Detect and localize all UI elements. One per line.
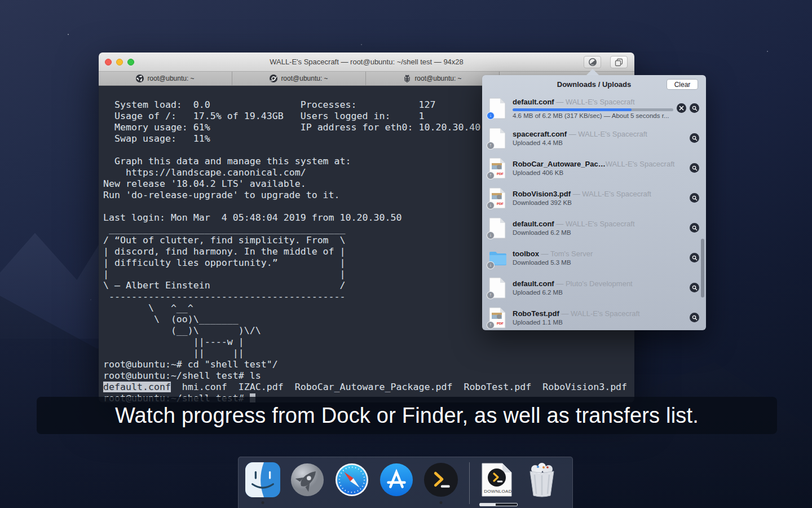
upload-badge-icon: ↑ [487,291,495,299]
svg-text:PDF: PDF [497,172,504,176]
tab-label: root@ubuntu: ~ [414,75,461,82]
svg-text:PDF: PDF [497,322,504,325]
trash-dock-icon[interactable] [525,462,560,497]
terminal-ls-output: default.conf hmi.conf IZAC.pdf RoboCar_A… [103,382,634,393]
reveal-in-finder-button[interactable] [690,223,699,233]
transfer-item[interactable]: ↓ default.conf — WALL-E's Spacecraft 4.6… [482,93,706,123]
magnifier-icon [692,195,698,201]
tab-ubuntu-3[interactable]: root@ubuntu: ~ [366,72,500,85]
transfer-item[interactable]: ↓ toolbox — Tom's Server Downloaded 5.3 … [482,243,706,273]
dock-download-progress-bar [479,503,518,506]
planet-orbit-icon [270,75,277,82]
dock: DOWNLOAD [238,457,573,508]
downloading-file-dock-icon[interactable]: DOWNLOAD [480,462,515,497]
magnifier-icon [692,135,698,141]
transfer-item[interactable]: PDF ↓ RoboVision3.pdf — WALL-E's Spacecr… [482,183,706,213]
transfer-status: Downloaded 6.2 MB [513,229,686,236]
svg-text:PDF: PDF [497,202,504,205]
traffic-lights [105,59,134,65]
popover-scrollbar[interactable] [701,239,704,297]
launchpad-dock-icon[interactable] [290,462,325,497]
minimize-button[interactable] [116,59,123,65]
transfer-item[interactable]: ↑ spacecraft.conf — WALL-E's Spacecraft … [482,123,706,153]
transfer-filename: toolbox [513,249,539,258]
transfer-filename: default.conf [513,220,554,228]
stars [68,34,69,35]
pie-chart-icon [588,58,597,67]
cancel-transfer-button[interactable] [677,103,686,113]
transfer-server: — Tom's Server [539,249,593,258]
app-running-indicator [262,501,264,504]
transfer-server: WALL-E's Spacecraft [606,160,675,168]
transfer-filename: default.conf [513,279,554,288]
transfer-item[interactable]: PDF ↑ RoboTest.pdf — WALL-E's Spacecraft… [482,303,706,332]
download-file-label: DOWNLOAD [480,489,515,494]
download-badge-icon: ↓ [487,202,495,209]
folder-icon: ↓ [489,247,507,269]
finder-dock-icon[interactable] [245,462,280,497]
transfer-server: — Pluto's Development [554,279,633,288]
caption-banner: Watch progress from Dock or Finder, as w… [37,397,777,434]
download-badge-icon: ↓ [487,261,495,269]
transfer-filename: spacecraft.conf [513,130,567,138]
transfer-server: — WALL-E's Spacecraft [554,98,635,106]
app-running-indicator [440,501,443,504]
transfer-status: Uploaded 6.2 MB [513,289,686,296]
transfer-progress-bar [513,108,673,111]
transfer-item[interactable]: ↓ default.conf — WALL-E's Spacecraft Dow… [482,213,706,243]
reveal-in-finder-button[interactable] [690,313,699,322]
magnifier-icon [692,165,698,171]
document-file-icon: ↑ [489,128,507,149]
magnifier-icon [692,255,698,261]
close-button[interactable] [105,59,112,65]
reveal-in-finder-button[interactable] [690,163,699,173]
reveal-in-finder-button[interactable] [690,133,699,143]
close-icon [679,106,684,111]
transfers-button[interactable] [584,56,601,68]
transfer-status: Uploaded 4.4 MB [513,139,686,146]
transfer-filename: default.conf [513,98,554,106]
transfer-item[interactable]: PDF ↑ RoboCar_Autoware_Pac…WALL-E's Spac… [482,153,706,183]
reveal-in-finder-button[interactable] [690,283,699,292]
upload-badge-icon: ↑ [487,321,495,329]
window-title: WALL-E's Spacecraft — root@ubuntu: ~/she… [99,58,634,66]
window-titlebar[interactable]: WALL-E's Spacecraft — root@ubuntu: ~/she… [99,52,634,72]
magnifier-icon [692,225,698,231]
shell-app-dock-icon[interactable] [423,462,458,497]
ls-files: hmi.conf IZAC.pdf RoboCar_Autoware_Packa… [171,382,627,392]
reveal-in-finder-button[interactable] [690,103,699,113]
raspberry-pi-icon [403,75,411,82]
pdf-file-icon: PDF ↓ [489,187,507,209]
upload-badge-icon: ↑ [487,172,495,179]
transfers-popover: Downloads / Uploads Clear ↓ default.conf… [482,75,706,330]
clear-button[interactable]: Clear [667,79,698,90]
document-file-icon: ↓ [489,98,507,119]
safari-dock-icon[interactable] [334,462,369,497]
upload-badge-icon: ↑ [487,142,495,150]
download-badge-icon: ↓ [487,112,495,120]
broadcast-button[interactable] [610,56,628,68]
transfer-status: Downloaded 392 KB [513,199,686,206]
tab-ubuntu-2[interactable]: root@ubuntu: ~ [232,72,366,85]
transfer-server: — WALL-E's Spacecraft [554,220,635,228]
download-badge-icon: ↓ [487,231,495,239]
transfer-item[interactable]: ↑ default.conf — Pluto's Development Upl… [482,273,706,303]
magnifier-icon [692,106,698,111]
document-file-icon: ↓ [489,217,507,239]
caption-text: Watch progress from Dock or Finder, as w… [115,404,699,428]
magnifier-icon [692,285,698,291]
transfer-status: Uploaded 1.1 MB [513,319,686,326]
app-store-dock-icon[interactable] [379,462,414,497]
popover-arrow [586,69,599,75]
zoom-button[interactable] [127,59,134,65]
copy-windows-icon [615,58,623,67]
transfer-server: — WALL-E's Spacecraft [571,190,651,198]
tab-label: root@ubuntu: ~ [281,75,328,82]
transfer-server: — WALL-E's Spacecraft [567,130,647,138]
transfer-filename: RoboCar_Autoware_Pac… [513,160,606,168]
ubuntu-logo-icon [136,75,144,82]
transfer-filename: RoboTest.pdf [513,309,559,318]
reveal-in-finder-button[interactable] [690,253,699,262]
reveal-in-finder-button[interactable] [690,193,699,203]
tab-ubuntu-1[interactable]: root@ubuntu: ~ [99,72,232,85]
